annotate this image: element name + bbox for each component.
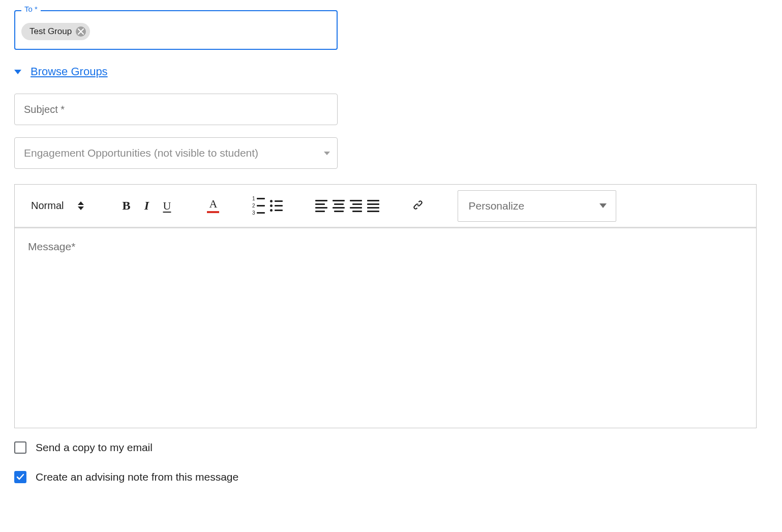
ordered-list-button[interactable]: 1 2 3 xyxy=(252,196,265,216)
heading-style-label: Normal xyxy=(31,200,64,212)
personalize-select[interactable]: Personalize xyxy=(458,190,616,222)
list-group: 1 2 3 xyxy=(252,196,283,216)
insert-link-button[interactable] xyxy=(412,199,424,213)
alignment-group xyxy=(315,200,379,212)
browse-groups-caret-icon[interactable] xyxy=(14,70,21,74)
italic-button[interactable]: I xyxy=(139,198,154,214)
text-color-button[interactable]: A xyxy=(207,198,219,213)
recipient-chip: Test Group xyxy=(21,23,90,40)
bold-button[interactable]: B xyxy=(118,198,134,214)
to-field-wrapper: To * Test Group xyxy=(14,10,768,50)
chevron-down-icon xyxy=(324,152,330,155)
editor-toolbar: Normal B I U A 1 2 3 xyxy=(15,185,756,228)
sort-arrows-icon xyxy=(78,201,84,210)
personalize-placeholder: Personalize xyxy=(468,200,524,212)
unordered-list-button[interactable] xyxy=(270,200,283,212)
rich-text-editor: Normal B I U A 1 2 3 xyxy=(14,184,757,428)
send-copy-label: Send a copy to my email xyxy=(36,441,153,454)
align-justify-button[interactable] xyxy=(367,200,379,212)
compose-form: To * Test Group Browse Groups Engagement… xyxy=(0,0,782,498)
advising-note-checkbox[interactable] xyxy=(14,471,26,483)
subject-input[interactable] xyxy=(14,94,338,125)
heading-style-select[interactable]: Normal xyxy=(29,197,86,215)
advising-note-label: Create an advising note from this messag… xyxy=(36,471,238,483)
chevron-down-icon xyxy=(599,203,607,208)
align-right-button[interactable] xyxy=(350,200,362,212)
advising-note-row: Create an advising note from this messag… xyxy=(14,471,768,483)
align-left-button[interactable] xyxy=(315,200,327,212)
engagement-opportunities-placeholder: Engagement Opportunities (not visible to… xyxy=(24,147,258,159)
text-style-group: B I U xyxy=(118,198,174,214)
text-color-icon: A xyxy=(209,198,218,210)
recipient-chip-label: Test Group xyxy=(29,26,72,37)
engagement-opportunities-select[interactable]: Engagement Opportunities (not visible to… xyxy=(14,137,338,169)
to-field[interactable]: Test Group xyxy=(14,10,338,50)
message-textarea[interactable] xyxy=(15,228,756,428)
remove-recipient-icon[interactable] xyxy=(76,26,86,37)
browse-groups-link[interactable]: Browse Groups xyxy=(31,65,108,78)
send-copy-row: Send a copy to my email xyxy=(14,441,768,454)
browse-groups-row: Browse Groups xyxy=(14,65,768,78)
to-field-label: To * xyxy=(21,5,41,13)
send-copy-checkbox[interactable] xyxy=(14,441,26,454)
align-center-button[interactable] xyxy=(333,200,345,212)
underline-button[interactable]: U xyxy=(159,198,174,214)
